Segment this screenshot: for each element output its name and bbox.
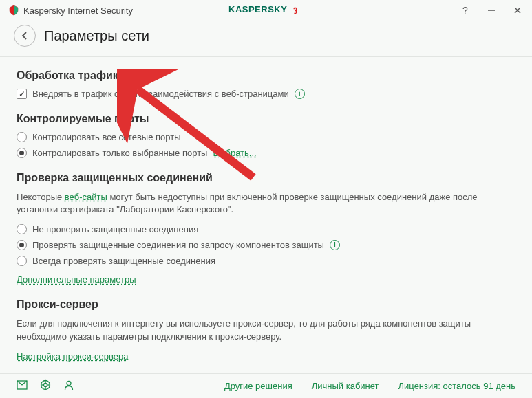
- statusbar-left: [17, 379, 74, 393]
- svg-point-7: [44, 384, 47, 387]
- app-window: Kaspersky Internet Security KASPERSKYꝫ ?…: [0, 0, 532, 398]
- proxy-description: Если для подключения к интернету вы испо…: [17, 318, 515, 342]
- svg-text:KASPERSKY: KASPERSKY: [228, 4, 287, 14]
- inject-script-checkbox[interactable]: [17, 89, 27, 99]
- all-ports-radio[interactable]: [17, 132, 27, 142]
- section-proxy-title: Прокси-сервер: [17, 298, 515, 311]
- person-icon[interactable]: [63, 379, 74, 393]
- app-icon: [8, 5, 19, 16]
- page-header: Параметры сети: [0, 21, 532, 57]
- page-title: Параметры сети: [44, 28, 149, 44]
- minimize-button[interactable]: [485, 4, 498, 16]
- mail-icon[interactable]: [17, 380, 28, 392]
- all-ports-row: Контролировать все сетевые порты: [17, 132, 515, 142]
- help-button[interactable]: ?: [459, 4, 471, 16]
- support-icon[interactable]: [40, 379, 51, 393]
- info-icon[interactable]: i: [295, 89, 305, 99]
- brand-logo: KASPERSKYꝫ: [228, 3, 304, 18]
- always-check-label: Всегда проверять защищенные соединения: [32, 256, 215, 266]
- section-secure-title: Проверка защищенных соединений: [17, 172, 515, 184]
- window-controls: ?: [459, 4, 524, 16]
- titlebar: Kaspersky Internet Security KASPERSKYꝫ ?: [0, 0, 532, 21]
- selected-ports-label: Контролировать только выбранные порты: [32, 148, 207, 158]
- section-traffic-title: Обработка трафика: [17, 69, 515, 82]
- always-check-row: Всегда проверять защищенные соединения: [17, 256, 515, 266]
- svg-text:ꝫ: ꝫ: [293, 4, 298, 14]
- additional-params-link[interactable]: Дополнительные параметры: [17, 274, 136, 285]
- always-check-radio[interactable]: [17, 256, 27, 266]
- on-request-label: Проверять защищенные соединения по запро…: [32, 240, 324, 250]
- no-check-radio[interactable]: [17, 224, 27, 234]
- on-request-row: Проверять защищенные соединения по запро…: [17, 240, 515, 250]
- no-check-label: Не проверять защищенные соединения: [32, 224, 198, 234]
- other-solutions-link[interactable]: Другие решения: [224, 381, 292, 391]
- selected-ports-radio[interactable]: [17, 148, 27, 158]
- all-ports-label: Контролировать все сетевые порты: [32, 132, 181, 142]
- statusbar-right: Другие решения Личный кабинет Лицензия: …: [224, 381, 515, 391]
- license-link[interactable]: Лицензия: осталось 91 день: [398, 381, 515, 391]
- account-link[interactable]: Личный кабинет: [312, 381, 379, 391]
- selected-ports-row: Контролировать только выбранные порты Вы…: [17, 148, 515, 158]
- no-check-row: Не проверять защищенные соединения: [17, 224, 515, 234]
- websites-link[interactable]: веб-сайты: [65, 192, 107, 202]
- content: Обработка трафика Внедрять в трафик скри…: [0, 57, 532, 373]
- titlebar-left: Kaspersky Internet Security: [8, 5, 133, 16]
- on-request-radio[interactable]: [17, 240, 27, 250]
- back-button[interactable]: [14, 25, 36, 47]
- proxy-config-link[interactable]: Настройка прокси-сервера: [17, 351, 128, 362]
- app-title: Kaspersky Internet Security: [23, 5, 133, 16]
- info-icon[interactable]: i: [330, 240, 340, 250]
- inject-script-row: Внедрять в трафик скрипт взаимодействия …: [17, 89, 515, 99]
- close-button[interactable]: [511, 4, 524, 16]
- secure-description: Некоторые веб-сайты могут быть недоступн…: [17, 191, 515, 216]
- section-ports-title: Контролируемые порты: [17, 113, 515, 125]
- select-ports-link[interactable]: Выбрать...: [213, 148, 256, 158]
- statusbar: Другие решения Личный кабинет Лицензия: …: [0, 373, 532, 398]
- inject-script-label: Внедрять в трафик скрипт взаимодействия …: [32, 89, 289, 99]
- svg-point-12: [67, 382, 71, 386]
